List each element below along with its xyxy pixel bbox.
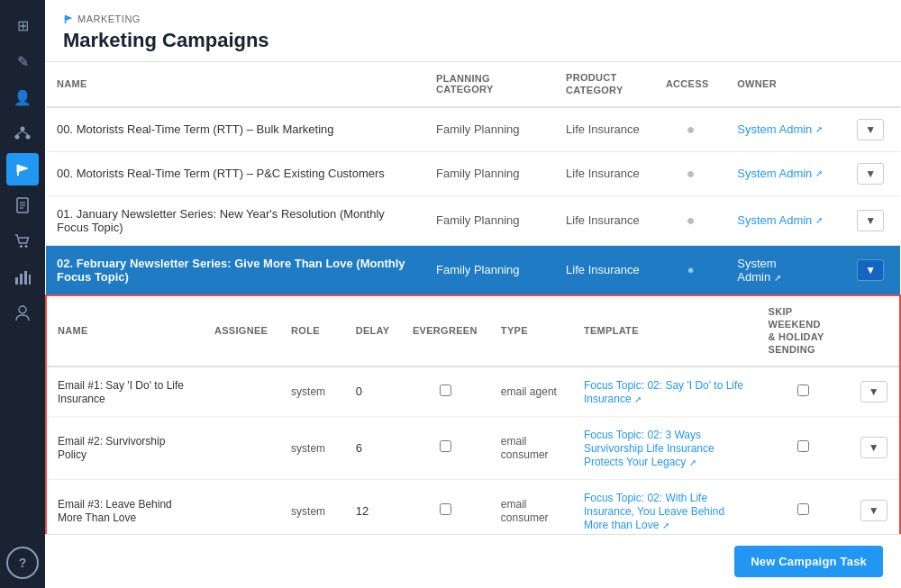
sidebar-item-documents[interactable]	[6, 189, 39, 222]
task-dropdown-button[interactable]: ▼	[860, 381, 887, 403]
task-action-cell: ▼	[850, 416, 899, 479]
task-name: Email #2: Survivorship Policy	[58, 435, 165, 461]
svg-point-11	[20, 245, 23, 248]
sidebar-item-person[interactable]	[6, 297, 39, 330]
col-header-access: ACCESS	[655, 62, 726, 107]
task-skip-cell[interactable]	[758, 479, 850, 534]
task-dropdown-button[interactable]: ▼	[860, 500, 887, 521]
tasks-header-row: NAME ASSIGNEE ROLE DELAY EVERGREEN TYPE …	[47, 296, 899, 366]
planning-category: Family Planning	[436, 167, 520, 180]
planning-category-cell-selected: Family Planning	[425, 245, 555, 295]
task-role-cell: system	[280, 366, 345, 417]
sidebar-item-home[interactable]: ⊞	[6, 9, 39, 41]
sidebar: ⊞ ✎ 👤	[0, 0, 45, 588]
table-row[interactable]: 00. Motorists Real-Time Term (RTT) – Bul…	[46, 107, 900, 152]
task-delay: 0	[356, 384, 362, 398]
task-role: system	[291, 442, 325, 455]
ext-icon: ➚	[662, 520, 669, 530]
task-delay-cell: 0	[345, 366, 402, 417]
action-cell-selected: ▼	[846, 245, 900, 295]
task-skip-cell[interactable]	[758, 416, 850, 479]
owner-link[interactable]: System Admin ➚	[737, 167, 835, 180]
task-skip-checkbox[interactable]	[797, 440, 809, 452]
campaigns-table-container[interactable]: NAME PLANNING CATEGORY PRODUCTCATEGORY A…	[45, 62, 901, 534]
external-link-icon: ➚	[815, 124, 823, 134]
task-skip-checkbox[interactable]	[797, 384, 809, 396]
row-dropdown-button[interactable]: ▼	[857, 163, 884, 185]
table-row-selected[interactable]: 02. February Newsletter Series: Give Mor…	[46, 245, 900, 295]
task-delay-cell: 6	[345, 416, 402, 479]
sidebar-item-network[interactable]	[6, 117, 39, 149]
table-footer: New Campaign Task	[45, 534, 901, 588]
task-evergreen-cell[interactable]	[402, 366, 490, 417]
row-dropdown-button-selected[interactable]: ▼	[857, 259, 884, 281]
task-dropdown-button[interactable]: ▼	[860, 437, 887, 458]
action-cell: ▼	[846, 151, 900, 195]
campaign-name-cell: 00. Motorists Real-Time Term (RTT) – Bul…	[46, 107, 425, 152]
task-delay: 12	[356, 504, 369, 518]
svg-rect-19	[65, 21, 67, 23]
svg-rect-13	[15, 277, 18, 285]
task-col-delay: DELAY	[345, 296, 402, 366]
task-skip-checkbox[interactable]	[797, 503, 809, 515]
task-template-link[interactable]: Focus Topic: 02: 3 Ways Survivorship Lif…	[584, 429, 714, 468]
task-col-role: ROLE	[280, 296, 345, 366]
task-name: Email #3: Leave Behind More Than Love	[58, 498, 172, 524]
row-dropdown-button[interactable]: ▼	[857, 210, 884, 231]
campaigns-table: NAME PLANNING CATEGORY PRODUCTCATEGORY A…	[45, 62, 901, 534]
owner-link[interactable]: System Admin ➚	[737, 213, 835, 227]
task-type-cell: email agent	[490, 366, 573, 417]
owner-link[interactable]: System Admin ➚	[737, 122, 835, 136]
svg-rect-6	[17, 172, 19, 176]
task-role: system	[291, 385, 325, 398]
task-skip-cell[interactable]	[758, 366, 850, 417]
campaign-name-cell-selected: 02. February Newsletter Series: Give Mor…	[46, 245, 425, 295]
task-type: email agent	[501, 385, 557, 398]
task-name-cell: Email #2: Survivorship Policy	[47, 416, 204, 479]
external-link-icon: ➚	[815, 215, 823, 225]
product-category: Life Insurance	[566, 167, 640, 180]
task-evergreen-cell[interactable]	[402, 479, 490, 534]
planning-category: Family Planning	[436, 122, 520, 136]
row-dropdown-button[interactable]: ▼	[857, 119, 884, 140]
task-evergreen-cell[interactable]	[402, 416, 490, 479]
sidebar-item-user[interactable]: 👤	[6, 81, 39, 113]
task-col-action	[850, 296, 899, 366]
task-evergreen-checkbox[interactable]	[440, 384, 451, 396]
svg-line-3	[17, 131, 23, 135]
table-row[interactable]: 01. January Newsletter Series: New Year'…	[46, 195, 900, 245]
task-evergreen-checkbox[interactable]	[440, 440, 451, 452]
svg-rect-14	[20, 274, 23, 285]
ext-icon: ➚	[634, 394, 642, 404]
sidebar-item-charts[interactable]	[6, 261, 39, 294]
svg-point-17	[19, 306, 26, 313]
access-icon: ●	[687, 166, 696, 181]
sidebar-item-help[interactable]: ?	[6, 547, 39, 579]
action-cell: ▼	[846, 195, 900, 245]
owner-cell: System Admin ➚	[726, 107, 846, 152]
new-campaign-task-button[interactable]: New Campaign Task	[734, 546, 883, 577]
task-role-cell: system	[280, 479, 345, 534]
task-template-link[interactable]: Focus Topic: 02: With Life Insurance, Yo…	[584, 492, 724, 531]
table-row[interactable]: 00. Motorists Real-Time Term (RTT) – P&C…	[46, 151, 900, 195]
svg-point-2	[26, 135, 31, 140]
sidebar-item-marketing[interactable]	[6, 153, 39, 185]
campaign-name: 01. January Newsletter Series: New Year'…	[57, 207, 385, 234]
campaign-name-cell: 00. Motorists Real-Time Term (RTT) – P&C…	[46, 151, 425, 195]
task-type: email consumer	[501, 435, 549, 461]
task-name-cell: Email #1: Say 'I Do' to Life Insurance	[47, 366, 204, 417]
product-category: Life Insurance	[566, 122, 640, 136]
sidebar-item-cart[interactable]	[6, 225, 39, 258]
task-delay-cell: 12	[345, 479, 402, 534]
svg-marker-18	[65, 15, 73, 22]
breadcrumb: MARKETING	[63, 13, 883, 25]
campaign-name-cell: 01. January Newsletter Series: New Year'…	[46, 195, 425, 245]
sidebar-item-edit[interactable]: ✎	[6, 45, 39, 77]
task-template-link[interactable]: Focus Topic: 02: Say 'I Do' to Life Insu…	[584, 379, 743, 405]
table-header-row: NAME PLANNING CATEGORY PRODUCTCATEGORY A…	[46, 62, 900, 107]
task-name-cell: Email #3: Leave Behind More Than Love	[47, 479, 204, 534]
task-evergreen-checkbox[interactable]	[440, 503, 451, 515]
tasks-expanded-row: NAME ASSIGNEE ROLE DELAY EVERGREEN TYPE …	[46, 295, 900, 534]
task-type: email consumer	[501, 498, 549, 524]
planning-category: Family Planning	[436, 213, 520, 227]
